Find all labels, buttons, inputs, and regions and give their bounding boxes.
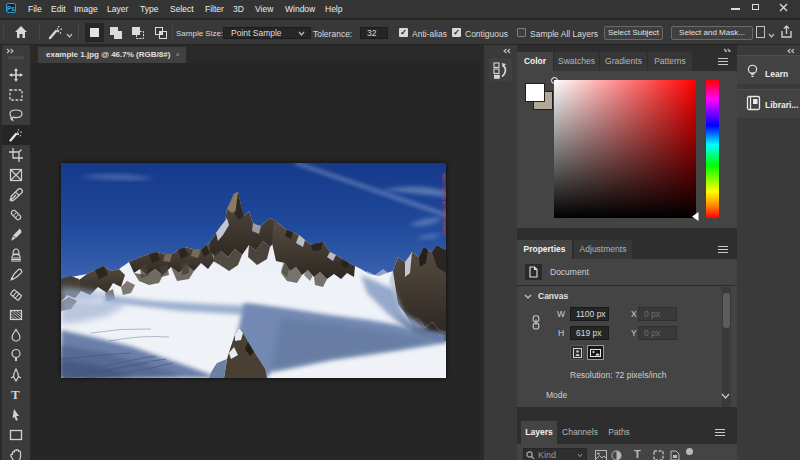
- svg-text:MARCO BERTOLINI | PHOTOGRAPHY: MARCO BERTOLINI | PHOTOGRAPHY: [441, 173, 445, 236]
